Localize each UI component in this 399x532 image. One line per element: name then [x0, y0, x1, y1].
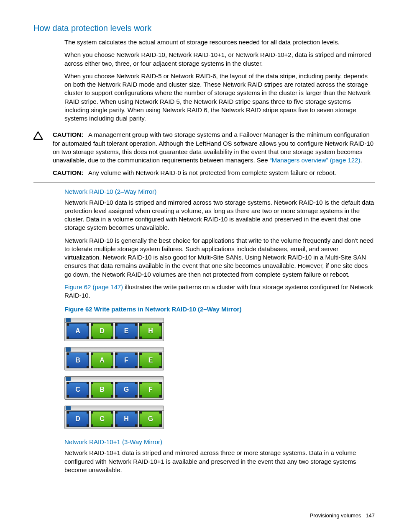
drive-label: C: [75, 386, 80, 393]
caution-label: CAUTION:: [53, 131, 83, 138]
caution-paragraph: CAUTION: A management group with two sto…: [53, 131, 375, 164]
caution-text: .: [360, 157, 362, 164]
drive-bay: D: [91, 323, 113, 339]
storage-system: BAFE: [64, 347, 164, 370]
drive-bay: E: [115, 323, 138, 339]
caution-paragraph: CAUTION: Any volume with Network RAID-0 …: [53, 169, 375, 177]
paragraph: Network RAID-10 is generally the best ch…: [64, 236, 375, 279]
section-heading-main: How data protection levels work: [33, 23, 375, 33]
drive-label: A: [75, 327, 80, 335]
caution-label: CAUTION:: [53, 169, 83, 176]
drive-bay: C: [66, 382, 89, 398]
figure-link[interactable]: Figure 62 (page 147): [64, 283, 123, 290]
drive-bay: A: [91, 352, 113, 368]
paragraph: Figure 62 (page 147) illustrates the wri…: [64, 283, 375, 300]
drive-bay: A: [66, 323, 89, 339]
drive-bay: D: [66, 411, 89, 427]
drive-label: E: [124, 327, 129, 335]
drive-bay: E: [139, 352, 162, 368]
drive-label: H: [124, 415, 129, 423]
paragraph: Network RAID-10 data is striped and mirr…: [64, 198, 375, 232]
drive-label: G: [148, 415, 153, 423]
storage-system: CBGF: [64, 376, 164, 400]
drive-bay: H: [139, 323, 162, 339]
drive-label: D: [75, 415, 80, 423]
paragraph: When you choose Network RAID-10, Network…: [64, 51, 375, 68]
drive-label: H: [148, 327, 153, 335]
drive-label: B: [75, 357, 80, 364]
drive-label: D: [100, 327, 105, 335]
page-footer: Provisioning volumes 147: [310, 512, 375, 519]
subsection-heading: Network RAID-10 (2–Way Mirror): [64, 188, 375, 195]
paragraph: The system calculates the actual amount …: [64, 38, 375, 46]
drive-bay: B: [66, 352, 89, 368]
figure-caption: Figure 62 Write patterns in Network RAID…: [64, 306, 375, 313]
drive-bay: F: [115, 352, 138, 368]
drive-bay: G: [139, 411, 162, 427]
subsection-heading: Network RAID-10+1 (3-Way Mirror): [64, 438, 375, 445]
caution-text: Any volume with Network RAID-0 is not pr…: [88, 169, 336, 176]
drive-label: F: [148, 386, 153, 393]
figure-raid10-diagram: ADEHBAFECBGFDCHG: [64, 318, 163, 429]
drive-bay: B: [91, 382, 113, 398]
caution-icon: [33, 131, 53, 141]
caution-link[interactable]: “Managers overview” (page 122): [270, 157, 361, 164]
drive-label: A: [100, 357, 105, 364]
paragraph: When you choose Network RAID-5 or Networ…: [64, 72, 375, 123]
drive-label: F: [124, 357, 128, 364]
drive-bay: C: [91, 411, 113, 427]
paragraph: Network RAID-10+1 data is striped and mi…: [64, 449, 375, 474]
storage-system: ADEH: [64, 318, 164, 341]
footer-section: Provisioning volumes: [310, 512, 361, 519]
drive-bay: G: [115, 382, 138, 398]
drive-label: C: [100, 415, 105, 423]
drive-label: B: [100, 386, 105, 393]
drive-label: E: [148, 357, 153, 364]
footer-page-number: 147: [366, 512, 375, 519]
storage-system: DCHG: [64, 406, 164, 429]
drive-bay: F: [139, 382, 162, 398]
drive-bay: H: [115, 411, 138, 427]
drive-label: G: [124, 386, 129, 393]
